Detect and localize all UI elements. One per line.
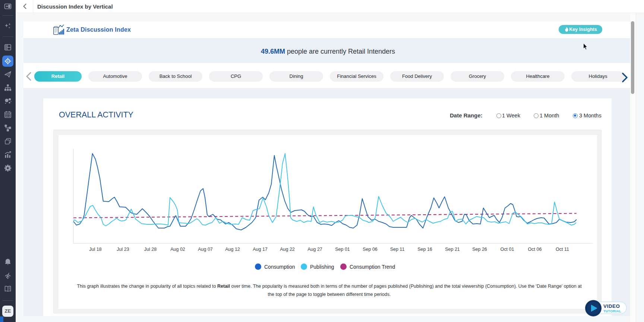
svg-text:Oct 01: Oct 01 — [501, 247, 514, 252]
svg-text:Aug 27: Aug 27 — [307, 247, 322, 252]
svg-text:Jul 28: Jul 28 — [144, 247, 157, 252]
svg-text:Oct 11: Oct 11 — [556, 247, 569, 252]
svg-text:Sep 26: Sep 26 — [472, 247, 487, 252]
svg-text:Aug 07: Aug 07 — [198, 247, 213, 252]
svg-text:Jul 18: Jul 18 — [89, 247, 101, 252]
svg-text:Sep 06: Sep 06 — [363, 247, 378, 252]
svg-text:Aug 22: Aug 22 — [280, 247, 295, 252]
svg-text:Sep 16: Sep 16 — [417, 247, 432, 252]
svg-text:Sep 01: Sep 01 — [335, 247, 350, 252]
svg-text:Aug 12: Aug 12 — [225, 247, 240, 252]
svg-text:Sep 11: Sep 11 — [390, 247, 405, 252]
svg-text:Jul 23: Jul 23 — [117, 247, 129, 252]
svg-text:Aug 17: Aug 17 — [253, 247, 268, 252]
svg-text:Oct 06: Oct 06 — [528, 247, 542, 252]
svg-text:Sep 21: Sep 21 — [445, 247, 460, 252]
svg-text:Aug 02: Aug 02 — [170, 247, 185, 252]
